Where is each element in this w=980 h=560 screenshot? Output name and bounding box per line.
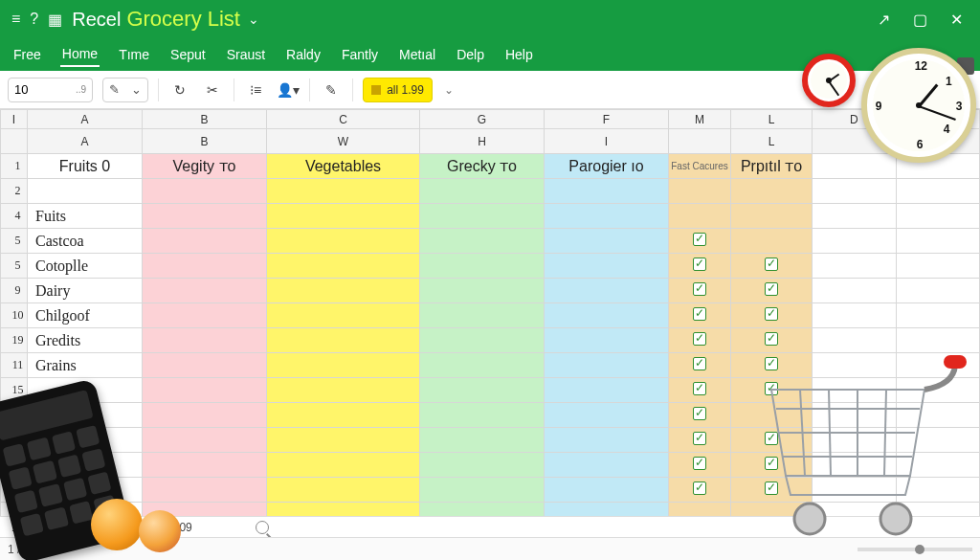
help-icon[interactable]: ? [30, 11, 38, 28]
col-header[interactable]: M [669, 110, 731, 129]
cell[interactable] [545, 478, 669, 503]
cell[interactable] [545, 328, 669, 353]
cell[interactable] [143, 478, 267, 503]
cell[interactable] [143, 378, 267, 403]
row-header[interactable]: 2 [1, 179, 28, 204]
cell[interactable] [896, 254, 980, 279]
style-dropdown[interactable]: ✎⌄ [102, 78, 148, 102]
cell[interactable] [267, 204, 420, 229]
select-all-corner[interactable]: I [1, 110, 28, 129]
cell[interactable] [545, 378, 669, 403]
cell[interactable] [545, 229, 669, 254]
cell[interactable] [813, 204, 897, 229]
cell[interactable] [545, 204, 669, 229]
row-header[interactable]: 19 [1, 328, 28, 353]
cell[interactable] [420, 279, 545, 303]
cell[interactable]: Grecky ᴛo [420, 154, 545, 179]
highlight-pill[interactable]: all 1.99 [363, 78, 433, 102]
row-header[interactable]: 10 [1, 303, 28, 328]
cell[interactable] [545, 428, 669, 453]
checkbox-icon[interactable] [693, 432, 706, 445]
table-row[interactable]: 4Fuits [1, 204, 980, 229]
cell[interactable] [267, 353, 420, 378]
cell[interactable] [813, 254, 897, 279]
cell[interactable] [669, 303, 731, 328]
cell[interactable] [813, 229, 897, 254]
cell[interactable] [813, 328, 897, 353]
col-header[interactable]: C [267, 110, 420, 129]
cell[interactable] [731, 179, 813, 204]
cell[interactable] [143, 403, 267, 428]
cell[interactable] [420, 403, 545, 428]
chevron-down-icon[interactable]: ⌄ [444, 83, 454, 97]
tab-seput[interactable]: Seput [168, 43, 208, 66]
cell[interactable]: Cotoplle [28, 254, 143, 279]
cell[interactable] [731, 254, 813, 279]
checkbox-icon[interactable] [693, 407, 706, 420]
zoom-slider[interactable] [858, 548, 972, 551]
cell[interactable] [143, 254, 267, 279]
tab-help[interactable]: Help [503, 43, 535, 66]
checkbox-icon[interactable] [693, 457, 706, 470]
tab-home[interactable]: Home [60, 42, 100, 67]
cell[interactable] [669, 328, 731, 353]
table-row[interactable]: 5Cotoplle [1, 254, 980, 279]
tab-sraust[interactable]: Sraust [225, 43, 267, 66]
row-header[interactable]: 11 [1, 353, 28, 378]
cell[interactable] [545, 254, 669, 279]
checkbox-icon[interactable] [693, 233, 706, 246]
tab-fantly[interactable]: Fantly [340, 43, 380, 66]
cell[interactable] [896, 279, 980, 303]
cell[interactable] [669, 353, 731, 378]
cell[interactable] [143, 453, 267, 478]
cell[interactable] [669, 229, 731, 254]
table-row[interactable]: 1Fruits 0Vegity ᴛoVegetablesGrecky ᴛoPar… [1, 154, 980, 179]
cell[interactable] [545, 353, 669, 378]
cell[interactable] [545, 453, 669, 478]
table-row[interactable]: 5Castcoa [1, 229, 980, 254]
row-header[interactable]: 5 [1, 254, 28, 279]
row-header[interactable]: 1 [1, 154, 28, 179]
col-sub[interactable]: W [267, 129, 420, 154]
checkbox-icon[interactable] [765, 332, 778, 346]
cell[interactable]: Vegetables [267, 154, 420, 179]
cell[interactable] [267, 403, 420, 428]
cell[interactable] [420, 478, 545, 503]
refresh-icon[interactable]: ↻ [168, 82, 191, 98]
person-icon[interactable]: 👤▾ [277, 82, 300, 98]
maximize-icon[interactable]: ▢ [913, 11, 927, 29]
cell[interactable] [267, 303, 420, 328]
col-sub[interactable]: L [731, 129, 813, 154]
tab-free[interactable]: Free [11, 43, 43, 66]
cell[interactable] [813, 154, 897, 179]
cell[interactable] [731, 204, 813, 229]
cell[interactable]: Castcoa [28, 229, 143, 254]
cell[interactable] [731, 229, 813, 254]
cell[interactable] [731, 328, 813, 353]
cell[interactable] [545, 279, 669, 303]
cell[interactable] [420, 378, 545, 403]
col-header[interactable]: L [731, 110, 813, 129]
cell[interactable] [813, 303, 897, 328]
col-header[interactable]: G [420, 110, 545, 129]
cell[interactable]: Chilgoof [28, 303, 143, 328]
checkbox-icon[interactable] [765, 258, 778, 271]
row-header[interactable]: 4 [1, 204, 28, 229]
checkbox-icon[interactable] [693, 382, 706, 395]
cut-icon[interactable]: ✂ [201, 82, 224, 98]
cell[interactable] [420, 453, 545, 478]
cell[interactable] [420, 204, 545, 229]
cell[interactable] [813, 279, 897, 303]
format-icon[interactable]: ⁝≡ [244, 82, 267, 98]
table-row[interactable]: 2 [1, 179, 980, 204]
row-header[interactable]: 9 [1, 279, 28, 303]
checkbox-icon[interactable] [693, 357, 706, 370]
cell[interactable] [267, 179, 420, 204]
col-sub[interactable] [669, 129, 731, 154]
cell[interactable] [420, 303, 545, 328]
cell[interactable] [143, 229, 267, 254]
checkbox-icon[interactable] [693, 482, 706, 495]
document-title[interactable]: Grocery List [126, 7, 240, 32]
tab-delp[interactable]: Delp [455, 43, 486, 66]
cell[interactable] [143, 353, 267, 378]
